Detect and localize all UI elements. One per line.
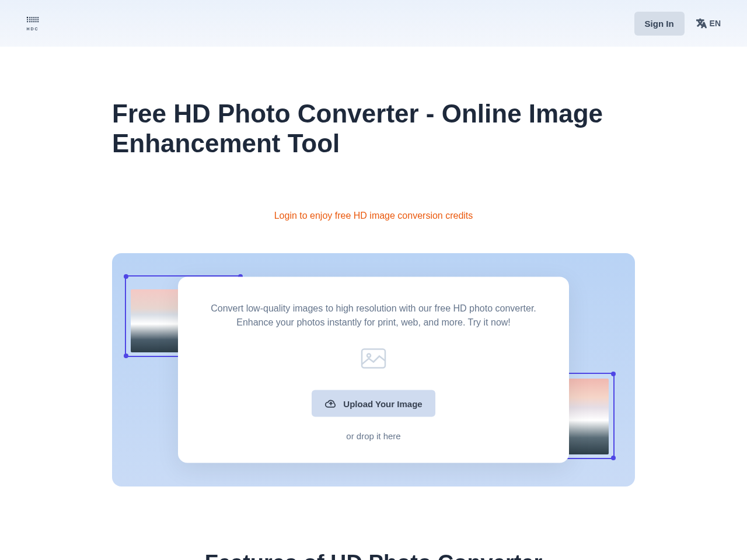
svg-rect-9 (33, 19, 34, 20)
cloud-upload-icon (324, 398, 337, 409)
svg-rect-14 (32, 21, 33, 22)
header-right: Sign In EN (634, 12, 721, 36)
logo-text: HDC (26, 27, 39, 31)
logo[interactable]: HDC (26, 16, 39, 31)
translate-icon (696, 18, 707, 29)
svg-rect-4 (36, 17, 37, 18)
svg-rect-15 (33, 21, 34, 22)
upload-area[interactable]: Convert low-quality images to high resol… (112, 253, 635, 487)
upload-button[interactable]: Upload Your Image (312, 390, 435, 417)
svg-rect-12 (27, 21, 28, 22)
svg-rect-5 (37, 17, 39, 18)
svg-rect-1 (29, 17, 30, 18)
login-notice[interactable]: Login to enjoy free HD image conversion … (112, 211, 635, 221)
drop-hint: or drop it here (207, 431, 540, 441)
logo-icon (26, 16, 39, 26)
header: HDC Sign In EN (0, 0, 747, 47)
main-content: Free HD Photo Converter - Online Image E… (93, 99, 654, 560)
svg-rect-7 (29, 19, 30, 20)
upload-description: Convert low-quality images to high resol… (207, 302, 540, 330)
svg-rect-11 (37, 19, 39, 20)
upload-card: Convert low-quality images to high resol… (178, 277, 569, 463)
upload-button-label: Upload Your Image (343, 398, 422, 408)
svg-point-19 (367, 354, 371, 358)
svg-rect-13 (29, 21, 30, 22)
svg-rect-10 (36, 19, 37, 20)
page-title: Free HD Photo Converter - Online Image E… (112, 99, 635, 158)
svg-rect-3 (33, 17, 34, 18)
svg-rect-8 (32, 19, 33, 20)
language-code: EN (710, 19, 721, 28)
svg-point-0 (27, 16, 29, 18)
svg-rect-17 (37, 21, 39, 22)
svg-rect-2 (32, 17, 33, 18)
language-selector[interactable]: EN (696, 18, 721, 29)
image-icon (361, 348, 386, 369)
features-title: Features of HD Photo Converter (112, 551, 635, 560)
signin-button[interactable]: Sign In (634, 12, 685, 36)
svg-rect-6 (27, 19, 28, 20)
svg-rect-16 (36, 21, 37, 22)
